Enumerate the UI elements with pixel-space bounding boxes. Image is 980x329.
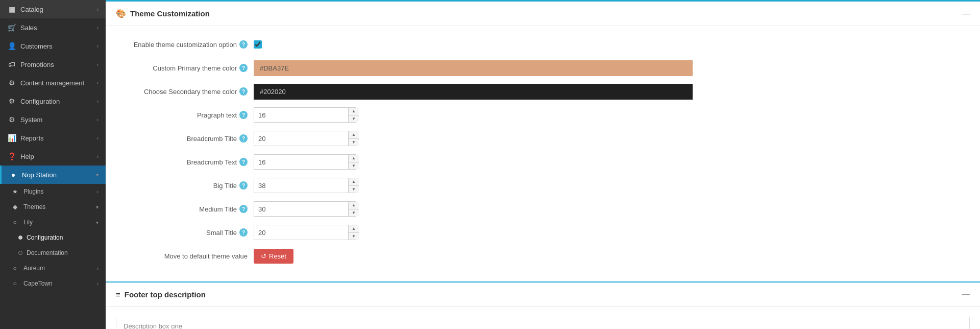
footer-minimize-button[interactable]: — [962,290,970,299]
sidebar-item-label: Nop Station [22,171,57,179]
breadcrumb-title-up-btn[interactable]: ▲ [349,131,359,138]
big-title-input[interactable] [254,178,348,193]
sidebar-item-content-management[interactable]: ⚙ Content management ‹ [0,74,106,92]
capetown-arrow: ‹ [97,281,99,287]
sidebar-sub-label: Documentation [27,249,68,256]
primary-color-help-icon[interactable]: ? [239,64,248,72]
breadcrumb-title-help-icon[interactable]: ? [239,134,248,143]
sidebar-item-documentation[interactable]: Documentation [0,245,106,261]
primary-color-label: Custom Primary theme color ? [121,64,254,72]
promotions-arrow: ‹ [97,62,99,67]
configuration-icon: ⚙ [7,97,16,105]
sidebar-item-lily[interactable]: ○ Lily ▾ [0,215,106,230]
sidebar-item-label: Help [20,153,34,160]
sidebar-item-themes[interactable]: ◆ Themes ▾ [0,199,106,215]
big-title-down-btn[interactable]: ▼ [349,185,359,193]
lily-icon: ○ [10,219,19,226]
breadcrumb-title-input[interactable] [254,131,348,146]
breadcrumb-title-down-btn[interactable]: ▼ [349,138,359,146]
sidebar-item-capetown[interactable]: ○ CapeTown ‹ [0,276,106,291]
theme-customization-title: Theme Customization [130,9,210,18]
reset-control: ↺ Reset [254,249,965,264]
big-title-spinners: ▲ ▼ [348,178,359,193]
sidebar-item-catalog[interactable]: ▦ Catalog ‹ [0,0,106,18]
system-icon: ⚙ [7,115,16,124]
breadcrumb-text-spinner: ▲ ▼ [254,154,356,170]
sidebar-item-label: Promotions [20,61,54,68]
reset-row: Move to default theme value ↺ Reset [121,248,965,264]
medium-title-up-btn[interactable]: ▲ [349,202,359,209]
help-icon: ❓ [7,152,16,160]
small-title-down-btn[interactable]: ▼ [349,232,359,240]
sidebar-item-sales[interactable]: 🛒 Sales ‹ [0,18,106,37]
help-arrow: ‹ [97,154,99,159]
medium-title-control: ▲ ▼ [254,201,965,217]
plugins-arrow: ‹ [97,189,99,195]
reset-icon: ↺ [261,252,266,260]
paragraph-text-input[interactable] [254,108,348,122]
sidebar-item-label: System [20,116,42,124]
breadcrumb-text-up-btn[interactable]: ▲ [349,155,359,162]
catalog-arrow: ‹ [97,7,99,12]
reset-label: Move to default theme value [121,252,254,260]
big-title-up-btn[interactable]: ▲ [349,178,359,185]
footer-header: ≡ Footer top description — [106,283,980,307]
paragraph-help-icon[interactable]: ? [239,111,248,119]
sidebar-sub-label: Configuration [27,234,63,241]
sidebar-item-aureum[interactable]: ○ Aureum ‹ [0,261,106,276]
primary-color-input[interactable] [254,60,693,76]
paragraph-up-btn[interactable]: ▲ [349,108,359,115]
enable-help-icon[interactable]: ? [239,40,248,49]
description-box-one[interactable]: Description box one [116,317,970,329]
footer-body: Description box one [106,307,980,329]
enable-checkbox[interactable] [254,40,262,49]
sidebar-item-configuration[interactable]: ⚙ Configuration ‹ [0,92,106,110]
breadcrumb-text-control: ▲ ▼ [254,154,965,170]
sidebar-item-reports[interactable]: 📊 Reports ‹ [0,129,106,147]
medium-title-help-icon[interactable]: ? [239,205,248,213]
sidebar-sub-label: CapeTown [23,280,53,287]
lily-arrow: ▾ [96,220,99,225]
breadcrumb-title-row: Breadcrumb Tilte ? ▲ ▼ [121,130,965,147]
small-title-help-icon[interactable]: ? [239,228,248,237]
sidebar-item-label: Catalog [20,6,43,13]
secondary-color-help-icon[interactable]: ? [239,87,248,96]
small-title-control: ▲ ▼ [254,225,965,240]
desc-box-placeholder: Description box one [124,322,182,329]
breadcrumb-text-help-icon[interactable]: ? [239,158,248,166]
sidebar-item-promotions[interactable]: 🏷 Promotions ‹ [0,55,106,74]
big-title-help-icon[interactable]: ? [239,181,248,190]
big-title-control: ▲ ▼ [254,178,965,193]
sidebar-item-customers[interactable]: 👤 Customers ‹ [0,37,106,55]
minimize-button[interactable]: — [962,9,970,18]
medium-title-input[interactable] [254,202,348,216]
sidebar-item-plugins[interactable]: ★ Plugins ‹ [0,184,106,199]
small-title-input[interactable] [254,225,348,240]
config-dot [18,236,22,240]
capetown-icon: ○ [10,280,19,287]
primary-color-row: Custom Primary theme color ? [121,60,965,76]
section-title: 🎨 Theme Customization [116,9,210,18]
small-title-spinners: ▲ ▼ [348,225,359,240]
secondary-color-label: Choose Secondary theme color ? [121,87,254,96]
medium-title-down-btn[interactable]: ▼ [349,209,359,216]
enable-label: Enable theme customization option ? [121,40,254,49]
breadcrumb-text-down-btn[interactable]: ▼ [349,162,359,169]
sidebar-item-nop-station[interactable]: ● Nop Station ▾ [0,166,106,184]
small-title-spinner: ▲ ▼ [254,225,356,240]
sidebar-sub-label: Aureum [23,265,45,272]
breadcrumb-text-input[interactable] [254,155,348,169]
customers-icon: 👤 [7,42,16,50]
reset-button[interactable]: ↺ Reset [254,249,293,264]
enable-row: Enable theme customization option ? [121,36,965,53]
sidebar-sub-label: Themes [23,203,45,210]
small-title-up-btn[interactable]: ▲ [349,225,359,232]
paragraph-text-row: Pragraph text ? ▲ ▼ [121,107,965,123]
sidebar-item-help[interactable]: ❓ Help ‹ [0,147,106,166]
secondary-color-input[interactable] [254,84,693,100]
sidebar-item-configuration-sub[interactable]: Configuration [0,230,106,245]
nop-station-icon: ● [9,171,18,179]
paragraph-down-btn[interactable]: ▼ [349,115,359,122]
theme-customization-section: 🎨 Theme Customization — Enable theme cus… [106,0,980,281]
sidebar-item-system[interactable]: ⚙ System ‹ [0,110,106,129]
